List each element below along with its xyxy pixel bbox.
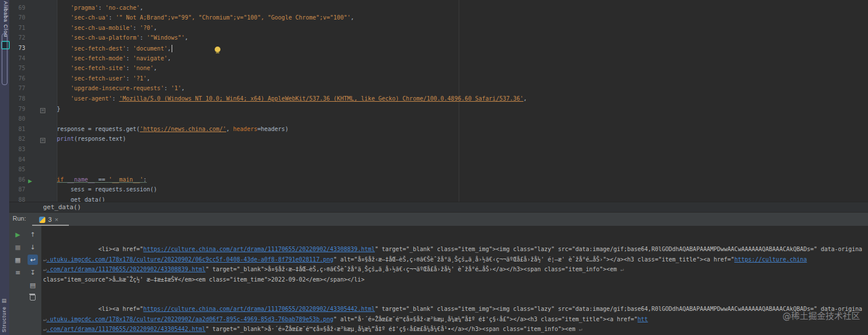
code-text: response = requests.get('https://news.ch… <box>57 126 288 132</box>
code-line: 70 'sec-ch-ua': '" Not A;Brand";v="99", … <box>9 14 868 25</box>
text-cursor <box>172 45 172 52</box>
soft-wrap-toggle[interactable]: ↩ <box>28 255 38 265</box>
code-text: if __name__ == '__main__': <box>57 176 147 183</box>
breadcrumb: get_data() <box>9 202 868 213</box>
soft-wrap-icon: ↵ <box>579 326 582 332</box>
code-text: 'sec-ch-ua-mobile': '?0', <box>57 25 157 31</box>
console-text: class="item_source">å…‰æ˜Žç½' æ–‡æ±‡æŠ¥<… <box>43 276 365 283</box>
print-button[interactable]: ▤ <box>28 280 38 290</box>
code-line: 72 'sec-ch-ua-platform': '"Windows"', <box>9 34 868 45</box>
code-text: 'sec-fetch-dest': 'document', <box>57 45 172 52</box>
line-number: 77 <box>9 85 25 91</box>
tool-window-stripe: Alibaba Clou ▤ Structure <box>0 0 9 335</box>
code-line: 69 'pragma': 'no-cache', <box>9 5 868 15</box>
up-stack-trace-button[interactable]: ↑ <box>28 229 38 240</box>
line-number: 70 <box>9 14 25 21</box>
line-number: 71 <box>9 25 25 31</box>
console-link[interactable]: .utuku.imgcdc.com/178x178/culture/202209… <box>46 316 334 322</box>
down-stack-trace-button[interactable]: ↓ <box>28 242 38 252</box>
code-line: 84 <box>9 156 868 167</box>
code-line: 82−print(response.text) <box>9 136 868 146</box>
line-number: 82 <box>9 136 25 142</box>
code-text: } <box>57 106 60 112</box>
console-line: class="item_source">å…‰æ˜Žç½' æ–‡æ±‡æŠ¥<… <box>43 275 868 285</box>
line-number: 81 <box>9 126 25 132</box>
rerun-button[interactable]: ▶ <box>13 229 23 240</box>
run-toolbar: ▶■▦≡↑↓↩↧▤ <box>9 226 41 335</box>
line-number: 86 <box>9 176 25 183</box>
line-number: 76 <box>9 75 25 82</box>
run-tab-label: 3 <box>48 216 52 223</box>
code-text: 'upgrade-insecure-requests': '1', <box>57 85 185 91</box>
line-number: 68 <box>9 0 25 1</box>
code-text: 'sec-fetch-mode': 'navigate', <box>57 55 171 61</box>
console-link[interactable]: htt <box>638 316 648 322</box>
code-text: 'cache-control': 'no-cache', <box>57 0 168 1</box>
tool-window-handle[interactable] <box>2 33 7 85</box>
code-line: 79−} <box>9 106 868 116</box>
code-line: 71 'sec-ch-ua-mobile': '?0', <box>9 25 868 35</box>
code-line: 88 get_data() <box>9 197 868 202</box>
line-number: 85 <box>9 166 25 172</box>
console-text: " target="_blank">å¤§åž‹æ–‡åŒ–èŠ‚ç›®ã€Šè… <box>206 266 620 272</box>
code-text: 'pragma': 'no-cache', <box>57 5 144 11</box>
fold-marker-icon[interactable]: − <box>40 138 45 143</box>
intention-bulb-icon[interactable] <box>215 47 220 52</box>
console-link[interactable]: https://culture.china <box>734 256 807 263</box>
watermark: @稀土掘金技术社区 <box>782 309 860 321</box>
line-number: 75 <box>9 65 25 71</box>
stop-button[interactable]: ■ <box>13 242 23 252</box>
line-number: 84 <box>9 156 25 163</box>
code-line: 85 <box>9 166 868 176</box>
run-console-output[interactable]: <li><a href="https://culture.china.com/a… <box>41 226 868 335</box>
soft-wrap-icon: ↵ <box>620 266 623 272</box>
run-panel-title: Run: <box>13 215 26 222</box>
console-line: ↵.utuku.imgcdc.com/178x178/culture/20220… <box>43 314 868 325</box>
console-link[interactable]: https://culture.china.com/art/drama/1117… <box>144 246 375 252</box>
breadcrumb-item[interactable]: get_data() <box>9 203 81 211</box>
fold-marker-icon[interactable]: − <box>40 108 45 113</box>
line-number: 69 <box>9 5 25 11</box>
code-line: 73 'sec-fetch-dest': 'document', <box>9 45 868 55</box>
run-tab[interactable]: 3 × <box>34 214 63 225</box>
clear-all-button[interactable] <box>28 292 38 303</box>
sidebar-item-structure[interactable]: Structure <box>1 306 7 333</box>
console-link[interactable]: .com/art/drama/11170655/20220902/4330883… <box>46 266 206 272</box>
code-text: 'sec-ch-ua': '" Not A;Brand";v="99", "Ch… <box>57 14 354 21</box>
close-icon[interactable]: × <box>55 216 58 223</box>
code-text: 'sec-ch-ua-platform': '"Windows"', <box>57 34 188 41</box>
console-line: ↵.utuku.imgcdc.com/178x178/culture/20220… <box>43 255 868 265</box>
code-line: 80 <box>9 115 868 126</box>
code-text: sess = requests.session() <box>57 186 157 192</box>
restore-layout-button[interactable]: ▦ <box>13 255 23 265</box>
settings-button[interactable]: ≡ <box>13 267 23 278</box>
scroll-to-end-button[interactable]: ↧ <box>28 267 38 278</box>
code-editor[interactable]: 68 'cache-control': 'no-cache',69 'pragm… <box>9 0 868 202</box>
code-text: get_data() <box>57 197 105 202</box>
code-text: 'sec-fetch-user': '?1', <box>57 75 150 82</box>
code-line: 86▶if __name__ == '__main__': <box>9 176 868 187</box>
console-line: ↵.com/art/drama/11170655/20220902/433088… <box>43 264 868 275</box>
run-panel-header: Run: 3 × <box>9 212 868 226</box>
code-line: 74 'sec-fetch-mode': 'navigate', <box>9 55 868 66</box>
console-link[interactable]: .com/art/drama/11170655/20220902/4330544… <box>46 326 206 332</box>
code-line: 83 <box>9 146 868 156</box>
code-text: 'sec-fetch-site': 'none', <box>57 65 157 71</box>
code-line: 78 'user-agent': 'Mozilla/5.0 (Windows N… <box>9 95 868 106</box>
console-text: " target="_blank">å·´é»Žåœ£æ¯é™¢å¤§åž‹æ²… <box>206 326 579 332</box>
console-text: <li><a href=" <box>43 306 144 312</box>
console-line: <li><a href="https://culture.china.com/a… <box>43 244 868 255</box>
console-text: " alt="å¤§åž‹æ–‡åŒ–èŠ‚ç›®ã€Šèˆžå°ä¸Šçš„ä… <box>334 256 734 263</box>
python-file-icon <box>39 217 45 223</box>
code-line: 81response = requests.get('https://news.… <box>9 126 868 136</box>
sidebar-item-alibaba-cloud[interactable]: Alibaba Clou <box>3 1 9 37</box>
code-text: print(response.text) <box>57 136 126 142</box>
run-line-icon[interactable]: ▶ <box>28 176 32 187</box>
console-link[interactable]: https://culture.china.com/art/drama/1117… <box>144 306 375 312</box>
console-link[interactable]: .utuku.imgcdc.com/178x178/culture/202209… <box>46 256 334 263</box>
line-number: 78 <box>9 95 25 102</box>
code-line: 76 'sec-fetch-user': '?1', <box>9 75 868 86</box>
line-number: 74 <box>9 55 25 61</box>
structure-icon: ▤ <box>2 298 7 303</box>
console-text: " target="_blank" class="item_img"><img … <box>375 246 862 252</box>
